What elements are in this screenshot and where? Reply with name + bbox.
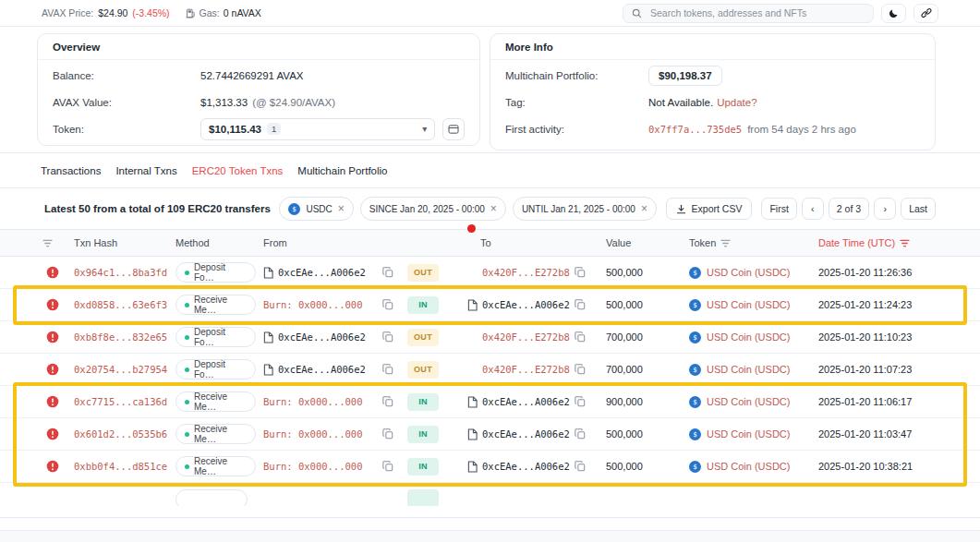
copy-from-address-icon[interactable]	[382, 428, 393, 440]
date-filter-icon[interactable]	[900, 239, 910, 247]
avax-price-value[interactable]: $24.90	[98, 7, 127, 18]
tab-transactions[interactable]: Transactions	[41, 165, 101, 176]
txn-hash-link[interactable]: 0xd0858...63e6f3	[74, 299, 175, 310]
copy-to-address-icon[interactable]	[575, 428, 586, 440]
token-name-link[interactable]: USD Coin (USDC)	[707, 267, 790, 278]
token-name-link[interactable]: USD Coin (USDC)	[707, 299, 790, 310]
balance-value: 52.7442669291 AVAX	[200, 70, 303, 81]
copy-to-address-icon[interactable]	[575, 267, 586, 278]
method-badge[interactable]: Receive Me…	[175, 391, 256, 412]
transfer-datetime: 2025-01-20 11:03:47	[811, 428, 943, 440]
portfolio-value[interactable]: $90,198.37	[648, 66, 722, 86]
method-badge[interactable]: Receive Me…	[175, 424, 256, 444]
remove-until-filter-icon[interactable]: ×	[641, 203, 647, 214]
copy-from-address-icon[interactable]	[382, 396, 393, 407]
pagination-last-button[interactable]: Last	[901, 198, 936, 220]
txn-hash-link[interactable]: 0x20754...b27954	[74, 364, 175, 375]
token-dropdown[interactable]: $10,115.43 1 ▾	[200, 118, 435, 140]
direction-badge: OUT	[407, 329, 439, 346]
status-filter-icon[interactable]	[42, 239, 53, 247]
from-address[interactable]: Burn: 0x000...000	[263, 461, 362, 472]
method-badge[interactable]: Receive Me…	[175, 295, 256, 315]
txn-hash-link[interactable]: 0xc7715...ca136d	[74, 396, 175, 407]
token-name-link[interactable]: USD Coin (USDC)	[707, 331, 790, 343]
pagination-next-button[interactable]: ›	[874, 198, 896, 220]
method-dot-icon	[185, 464, 189, 469]
txn-hash-link[interactable]: 0xb8f8e...832e65	[74, 331, 175, 343]
copy-from-address-icon[interactable]	[382, 299, 393, 310]
token-name-link[interactable]: USD Coin (USDC)	[707, 428, 790, 440]
balance-row: Balance: 52.7442669291 AVAX	[53, 62, 465, 89]
token-filter-icon[interactable]	[720, 239, 731, 247]
copy-from-address-icon[interactable]	[382, 461, 393, 472]
method-badge[interactable]: Deposit Fo…	[175, 327, 256, 347]
gas-tracker[interactable]: Gas: 0 nAVAX	[186, 7, 261, 18]
to-address[interactable]: 0xcEAe...A006e2	[482, 428, 570, 440]
from-address[interactable]: Burn: 0x000...000	[263, 396, 362, 407]
filter-chip-usdc-label: USDC	[306, 204, 332, 214]
txn-hash-link[interactable]: 0x964c1...8ba3fd	[74, 267, 175, 278]
tab-internal-txns[interactable]: Internal Txns	[115, 165, 176, 176]
header-token: Token	[682, 237, 811, 248]
to-address[interactable]: 0x420F...E272b8	[482, 364, 570, 375]
tag-update-link[interactable]: Update?	[717, 97, 756, 108]
direction-badge	[407, 489, 439, 506]
share-link-button[interactable]	[913, 4, 938, 23]
token-name-link[interactable]: USD Coin (USDC)	[707, 364, 790, 375]
tab-erc20-token-txns[interactable]: ERC20 Token Txns	[192, 165, 284, 176]
to-address[interactable]: 0xcEAe...A006e2	[482, 299, 570, 310]
svg-text:$: $	[693, 366, 697, 374]
from-address[interactable]: 0xcEAe...A006e2	[278, 267, 366, 278]
method-badge[interactable]: Receive Me…	[175, 456, 256, 476]
token-count-badge: 1	[267, 123, 281, 135]
to-address[interactable]: 0x420F...E272b8	[482, 267, 570, 278]
first-activity-hash-link[interactable]: 0x7ff7a...735de5	[648, 124, 742, 135]
transfer-datetime: 2025-01-20 10:38:21	[811, 461, 943, 472]
filter-chip-usdc[interactable]: $ USDC ×	[279, 197, 353, 221]
usdc-icon: $	[689, 396, 701, 408]
copy-to-address-icon[interactable]	[575, 331, 586, 343]
token-name-link[interactable]: USD Coin (USDC)	[707, 461, 790, 472]
copy-from-address-icon[interactable]	[382, 331, 393, 343]
filter-chips: $ USDC × SINCE Jan 20, 2025 - 00:00 × UN…	[279, 197, 657, 221]
copy-to-address-icon[interactable]	[575, 396, 586, 407]
summary-cards: Overview Balance: 52.7442669291 AVAX AVA…	[0, 27, 980, 153]
token-wallet-button[interactable]	[442, 118, 465, 140]
token-row: Token: $10,115.43 1 ▾	[53, 115, 465, 142]
method-dot-icon	[185, 367, 189, 372]
from-address[interactable]: Burn: 0x000...000	[263, 299, 362, 310]
copy-to-address-icon[interactable]	[575, 461, 586, 472]
header-txn-hash: Txn Hash	[74, 237, 175, 248]
svg-text:$: $	[693, 430, 697, 439]
token-name-link[interactable]: USD Coin (USDC)	[707, 396, 790, 407]
search-input[interactable]	[648, 6, 865, 19]
contract-icon	[467, 428, 478, 440]
txn-hash-link[interactable]: 0x601d2...0535b6	[74, 428, 175, 440]
filter-chip-until[interactable]: UNTIL Jan 21, 2025 - 00:00 ×	[513, 197, 657, 221]
copy-from-address-icon[interactable]	[382, 364, 393, 375]
to-address[interactable]: 0xcEAe...A006e2	[482, 396, 570, 407]
copy-from-address-icon[interactable]	[382, 267, 393, 278]
theme-toggle-button[interactable]	[881, 4, 906, 23]
copy-to-address-icon[interactable]	[575, 299, 586, 310]
filter-chip-since[interactable]: SINCE Jan 20, 2025 - 00:00 ×	[360, 197, 506, 221]
pagination-first-button[interactable]: First	[761, 198, 796, 220]
method-badge[interactable]: Deposit Fo…	[175, 262, 256, 283]
method-badge[interactable]: Deposit Fo…	[175, 359, 256, 379]
txn-hash-link[interactable]: 0xbb0f4...d851ce	[74, 461, 175, 472]
pagination-prev-button[interactable]: ‹	[802, 198, 824, 220]
method-badge[interactable]	[175, 489, 248, 506]
tab-multichain-portfolio[interactable]: Multichain Portfolio	[297, 165, 387, 176]
from-address[interactable]: 0xcEAe...A006e2	[278, 364, 366, 375]
error-status-icon	[46, 298, 59, 311]
search-box[interactable]	[623, 4, 874, 23]
from-address[interactable]: Burn: 0x000...000	[263, 428, 362, 440]
remove-usdc-filter-icon[interactable]: ×	[338, 203, 345, 214]
to-address[interactable]: 0xcEAe...A006e2	[482, 461, 570, 472]
export-csv-button[interactable]: Export CSV	[666, 198, 753, 220]
to-address[interactable]: 0x420F...E272b8	[482, 331, 570, 343]
copy-to-address-icon[interactable]	[575, 364, 586, 375]
remove-since-filter-icon[interactable]: ×	[490, 203, 497, 214]
from-address[interactable]: 0xcEAe...A006e2	[278, 331, 366, 343]
transfer-datetime: 2025-01-20 11:06:17	[811, 396, 943, 407]
